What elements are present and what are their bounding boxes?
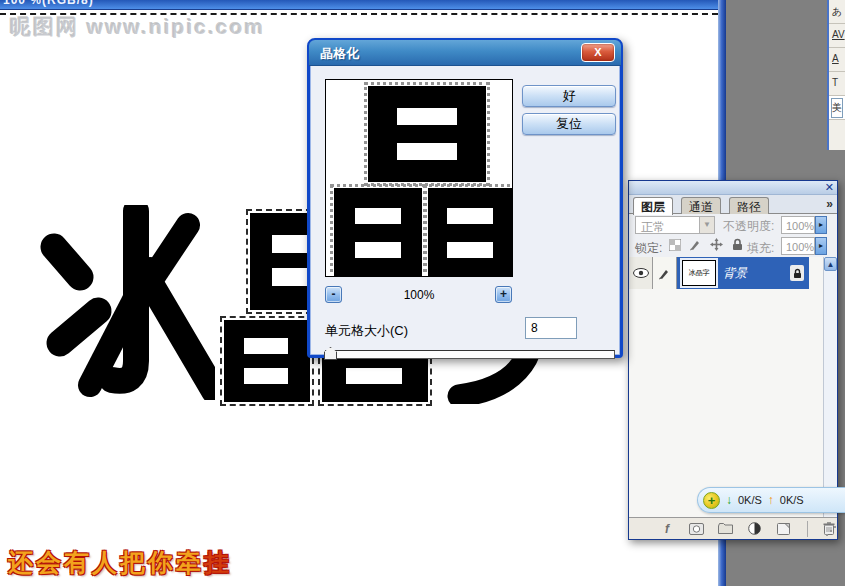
opacity-spinner-icon[interactable]: ▸ [815, 216, 827, 234]
panel-menu-icon[interactable]: » [826, 197, 833, 211]
type-control[interactable]: T [829, 72, 845, 96]
preview-zoom-level: 100% [325, 288, 513, 302]
cell-size-input[interactable] [525, 317, 577, 339]
canvas-text-bing [30, 205, 215, 400]
document-titlebar[interactable]: 100 %(RGB/8) [0, 0, 726, 10]
preview-jing-bottom-right [428, 188, 512, 276]
opacity-value[interactable]: 100% [781, 216, 815, 234]
cell-size-label: 单元格大小(C) [325, 322, 408, 340]
layer-mask-icon[interactable] [688, 521, 704, 536]
padlock-icon [790, 265, 804, 281]
document-title: 100 %(RGB/8) [3, 0, 726, 7]
reset-button[interactable]: 复位 [522, 113, 616, 135]
character-panel-sliver: あ AV A T 美 [827, 0, 845, 150]
download-speed-widget[interactable]: + ↓ 0K/S ↑ 0K/S [697, 487, 845, 513]
filter-preview[interactable] [325, 79, 513, 277]
close-icon[interactable]: X [581, 43, 615, 62]
chevron-down-icon[interactable]: ▼ [699, 217, 714, 233]
new-layer-icon[interactable] [776, 521, 792, 536]
panel-header[interactable]: ✕ [629, 181, 837, 195]
layer-name[interactable]: 背景 [723, 265, 790, 282]
preview-jing-top [368, 86, 486, 182]
fill-label: 填充: [747, 240, 774, 257]
tab-channels[interactable]: 通道 [681, 197, 721, 214]
kerning-control[interactable]: AV [829, 24, 845, 48]
crystallize-dialog: 晶格化 X - 100% + 单元格大小(C) 好 复位 [307, 38, 623, 358]
layer-thumbnail[interactable]: 冰晶字 [682, 260, 716, 286]
tsume-control[interactable]: あ [829, 0, 845, 24]
bing-glyph [30, 205, 215, 400]
close-icon[interactable]: ✕ [825, 181, 834, 194]
panel-tabs: 图层 通道 路径 » [629, 195, 837, 214]
layers-scrollbar[interactable]: ▲ [823, 257, 837, 519]
cell-size-slider[interactable] [325, 350, 615, 359]
lock-label: 锁定: [635, 240, 662, 257]
fill-value[interactable]: 100% [781, 237, 815, 255]
panel-resize-grip[interactable] [824, 526, 836, 538]
layer-effects-icon[interactable]: f [659, 521, 675, 536]
lock-position-move-icon[interactable] [709, 237, 724, 252]
font-style-box[interactable]: 美 [829, 96, 845, 120]
lock-transparency-icon[interactable] [667, 237, 682, 252]
dialog-titlebar[interactable]: 晶格化 X [309, 40, 621, 66]
download-speed: 0K/S [738, 494, 762, 506]
baseline-control[interactable]: A [829, 48, 845, 72]
blend-mode-value: 正常 [641, 219, 665, 236]
layers-list: 冰晶字 背景 ▲ [629, 257, 837, 519]
new-group-folder-icon[interactable] [717, 521, 733, 536]
lock-pixels-brush-icon[interactable] [688, 237, 703, 252]
blend-mode-select[interactable]: 正常 ▼ [635, 216, 715, 234]
visibility-eye-icon[interactable] [629, 257, 653, 289]
ok-button[interactable]: 好 [522, 85, 616, 107]
editing-brush-icon[interactable] [653, 257, 677, 289]
lock-all-icon[interactable] [730, 237, 745, 252]
upload-arrow-icon: ↑ [768, 493, 774, 507]
canvas-text-jing-bottom-left [224, 320, 310, 402]
scroll-up-icon[interactable]: ▲ [824, 257, 837, 271]
watermark: 昵图网 www.nipic.com [10, 13, 265, 41]
panel-bottom-bar: f [629, 517, 837, 539]
downloader-logo-icon: + [703, 492, 720, 509]
tab-layers[interactable]: 图层 [633, 197, 673, 215]
slider-thumb[interactable] [324, 347, 337, 360]
canvas-caption: 还会有人把你牵挂 [8, 546, 232, 579]
layers-panel: ✕ 图层 通道 路径 » 正常 ▼ 不透明度: 100% ▸ 锁定: 填充: 1… [628, 180, 838, 540]
dialog-title: 晶格化 [320, 45, 359, 63]
download-arrow-icon: ↓ [726, 493, 732, 507]
preview-jing-bottom-left [334, 188, 422, 276]
layer-row-background[interactable]: 冰晶字 背景 [629, 257, 809, 289]
fill-spinner-icon[interactable]: ▸ [815, 237, 827, 255]
tab-paths[interactable]: 路径 [729, 197, 769, 214]
upload-speed: 0K/S [780, 494, 804, 506]
adjustment-layer-icon[interactable] [747, 521, 763, 536]
zoom-in-icon[interactable]: + [495, 286, 512, 303]
opacity-label: 不透明度: [723, 218, 774, 235]
